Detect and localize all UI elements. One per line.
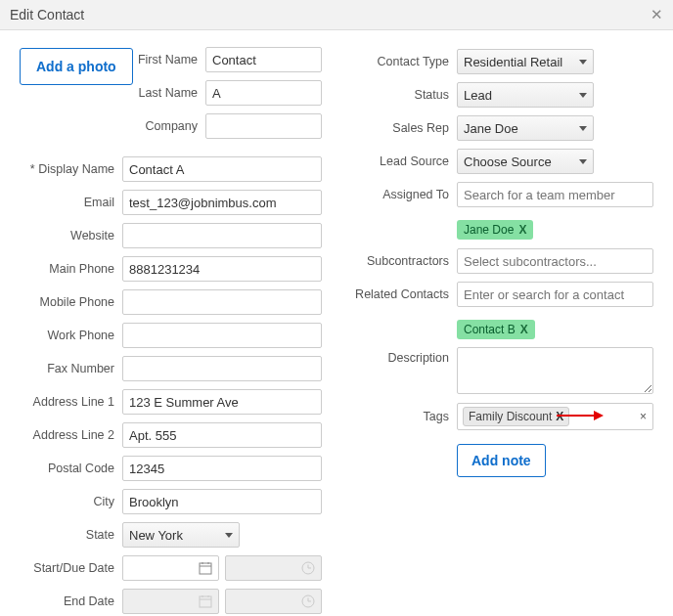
contact-type-value: Residential Retail (464, 55, 562, 69)
label-sales-rep: Sales Rep (351, 121, 457, 135)
label-main-phone: Main Phone (20, 262, 122, 276)
label-start-date: Start/Due Date (20, 561, 122, 575)
label-website: Website (20, 229, 122, 242)
contact-type-select[interactable]: Residential Retail (457, 49, 594, 74)
label-first-name: First Name (20, 53, 205, 66)
tag-chip: Family Discount X (463, 407, 569, 426)
label-description: Description (351, 347, 457, 365)
city-input[interactable] (122, 489, 322, 514)
address2-input[interactable] (122, 422, 322, 448)
remove-chip-icon[interactable]: X (520, 323, 528, 336)
email-input[interactable] (122, 190, 322, 215)
company-input[interactable] (205, 113, 322, 139)
chip-label: Jane Doe (464, 223, 514, 237)
assigned-to-chip: Jane Doe X (457, 220, 533, 240)
fax-number-input[interactable] (122, 356, 322, 381)
sales-rep-select[interactable]: Jane Doe (457, 115, 594, 141)
label-end-date: End Date (20, 594, 122, 608)
label-city: City (20, 495, 122, 508)
remove-chip-icon[interactable]: X (518, 223, 526, 237)
label-subcontractors: Subcontractors (351, 254, 457, 268)
tags-input[interactable]: Family Discount X × (457, 403, 653, 430)
description-textarea[interactable] (457, 347, 653, 394)
label-work-phone: Work Phone (20, 329, 122, 342)
label-assigned-to: Assigned To (351, 188, 457, 201)
label-email: Email (20, 196, 122, 209)
label-related-contacts: Related Contacts (351, 287, 457, 301)
sales-rep-value: Jane Doe (464, 121, 518, 136)
chevron-down-icon (579, 126, 587, 131)
tag-label: Family Discount (469, 410, 552, 423)
label-lead-source: Lead Source (351, 154, 457, 168)
label-address2: Address Line 2 (20, 428, 122, 442)
chevron-down-icon (579, 93, 587, 98)
annotation-arrow-icon (557, 410, 604, 421)
titlebar: Edit Contact ✕ (0, 0, 673, 30)
chevron-down-icon (225, 533, 233, 538)
svg-rect-0 (200, 563, 211, 574)
status-value: Lead (464, 88, 492, 103)
chip-label: Contact B (464, 323, 516, 336)
state-select[interactable]: New York (122, 522, 240, 548)
end-time-input[interactable] (225, 589, 322, 614)
label-display-name: * Display Name (20, 162, 122, 176)
clock-icon (301, 594, 315, 608)
start-date-input[interactable] (122, 555, 219, 581)
last-name-input[interactable] (205, 80, 322, 106)
label-tags: Tags (351, 410, 457, 423)
lead-source-value: Choose Source (464, 154, 552, 169)
website-input[interactable] (122, 223, 322, 248)
add-note-button[interactable]: Add note (457, 444, 546, 477)
label-address1: Address Line 1 (20, 395, 122, 409)
postal-code-input[interactable] (122, 456, 322, 481)
clock-icon (301, 561, 315, 575)
label-last-name: Last Name (20, 86, 205, 100)
label-status: Status (351, 88, 457, 102)
state-value: New York (129, 528, 183, 543)
label-postal-code: Postal Code (20, 462, 122, 475)
svg-rect-7 (200, 596, 211, 607)
chevron-down-icon (579, 60, 587, 65)
lead-source-select[interactable]: Choose Source (457, 149, 594, 174)
label-state: State (20, 528, 122, 542)
related-contact-chip: Contact B X (457, 320, 535, 339)
main-phone-input[interactable] (122, 256, 322, 282)
display-name-input[interactable] (122, 156, 322, 182)
window-title: Edit Contact (10, 7, 84, 22)
chevron-down-icon (579, 159, 587, 164)
mobile-phone-input[interactable] (122, 289, 322, 315)
related-contacts-input[interactable] (457, 282, 653, 307)
calendar-icon (199, 561, 212, 575)
label-mobile-phone: Mobile Phone (20, 295, 122, 309)
label-company: Company (20, 119, 205, 133)
subcontractors-input[interactable] (457, 248, 653, 274)
first-name-input[interactable] (205, 47, 322, 72)
clear-all-tags-icon[interactable]: × (640, 410, 647, 423)
start-time-input[interactable] (225, 555, 322, 581)
status-select[interactable]: Lead (457, 82, 594, 108)
work-phone-input[interactable] (122, 323, 322, 348)
label-contact-type: Contact Type (351, 55, 457, 68)
close-icon[interactable]: ✕ (651, 6, 663, 23)
calendar-icon (199, 594, 212, 608)
address1-input[interactable] (122, 389, 322, 415)
label-fax-number: Fax Number (20, 362, 122, 375)
assigned-to-input[interactable] (457, 182, 653, 207)
end-date-input[interactable] (122, 589, 219, 614)
